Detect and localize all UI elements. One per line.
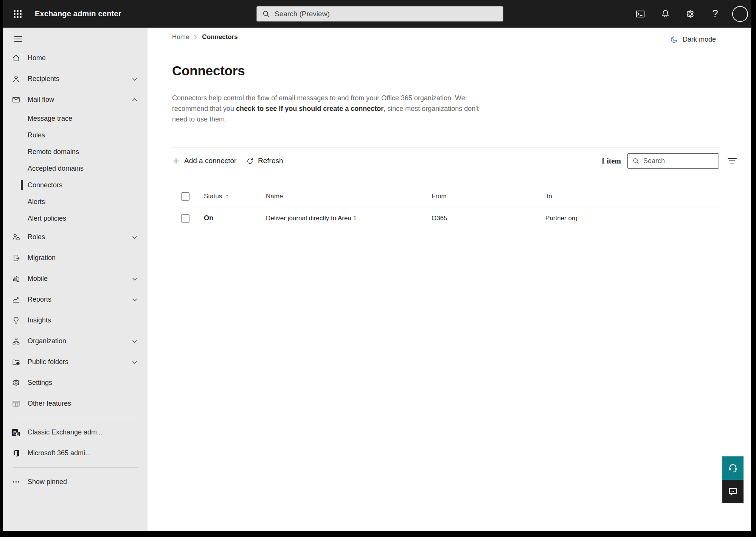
hamburger-icon <box>13 34 23 44</box>
nav-collapse-button[interactable] <box>11 33 25 45</box>
breadcrumb-home-link[interactable]: Home <box>172 33 189 41</box>
sidebar-item-label: Migration <box>28 254 56 262</box>
sidebar-item-connectors[interactable]: Connectors <box>3 177 147 193</box>
sidebar-item-label: Alerts <box>28 198 45 206</box>
sidebar-divider <box>13 418 138 418</box>
row-checkbox[interactable] <box>181 214 189 223</box>
ellipsis-icon <box>11 478 20 487</box>
sidebar-item-label: Recipients <box>28 75 59 83</box>
select-all-checkbox[interactable] <box>181 192 189 201</box>
chevron-up-icon <box>132 97 138 103</box>
sidebar-item-home[interactable]: Home <box>3 48 147 68</box>
toolbar-divider <box>172 147 720 148</box>
waffle-icon <box>13 9 22 19</box>
chevron-down-icon <box>132 76 138 82</box>
table-row[interactable]: On Deliver journal directly to Area 1 O3… <box>172 207 720 229</box>
cell-to: Partner org <box>545 215 720 222</box>
headset-icon <box>728 463 738 473</box>
sidebar-item-label: Settings <box>28 379 52 387</box>
app-title: Exchange admin center <box>35 0 121 28</box>
toolbar-right-cluster: 1 item <box>601 153 739 169</box>
sidebar-divider <box>13 467 138 468</box>
sidebar-item-label: Mobile <box>28 275 48 283</box>
sidebar-item-label: Public folders <box>28 358 68 366</box>
chevron-down-icon <box>132 234 138 240</box>
add-connector-button[interactable]: Add a connector <box>172 153 236 169</box>
sidebar-item-m365-admin[interactable]: Microsoft 365 admi... <box>3 443 147 464</box>
feedback-button[interactable] <box>722 480 744 503</box>
sidebar-item-public-folders[interactable]: Public folders <box>3 352 147 372</box>
svg-text:E: E <box>13 430 16 435</box>
create-connector-check-link[interactable]: check to see if you should create a conn… <box>236 105 383 112</box>
sidebar-item-rules[interactable]: Rules <box>3 127 147 143</box>
settings-topbar-button[interactable] <box>682 5 699 23</box>
help-support-button[interactable] <box>722 456 744 480</box>
sidebar-item-organization[interactable]: Organization <box>3 331 147 352</box>
sidebar-item-message-trace[interactable]: Message trace <box>3 110 147 127</box>
breadcrumb-current: Connectors <box>202 33 238 41</box>
column-header-from[interactable]: From <box>432 193 545 200</box>
app-window: Exchange admin center <box>3 0 751 531</box>
question-mark-icon: ? <box>712 8 718 20</box>
page-title: Connectors <box>172 63 245 78</box>
sidebar-item-mobile[interactable]: Mobile <box>3 268 147 289</box>
chart-phone-icon <box>11 274 20 283</box>
help-button[interactable]: ? <box>707 5 723 23</box>
sidebar-item-reports[interactable]: Reports <box>3 289 147 310</box>
top-app-bar: Exchange admin center <box>3 0 751 28</box>
sidebar-item-recipients[interactable]: Recipients <box>3 68 147 89</box>
person-briefcase-icon <box>11 233 20 242</box>
refresh-button[interactable]: Refresh <box>246 153 283 169</box>
sidebar-item-label: Remote domains <box>28 148 79 156</box>
column-header-name[interactable]: Name <box>266 193 432 200</box>
notifications-button[interactable] <box>657 5 674 23</box>
table-grid-icon <box>11 399 20 408</box>
app-launcher-button[interactable] <box>9 5 26 23</box>
document-arrow-icon <box>11 254 20 263</box>
sidebar-item-label: Reports <box>28 296 51 304</box>
sidebar-item-alert-policies[interactable]: Alert policies <box>3 210 147 227</box>
sidebar-item-label: Accepted domains <box>28 165 84 173</box>
folder-globe-icon <box>11 358 20 367</box>
sidebar-item-mail-flow[interactable]: Mail flow <box>3 89 147 110</box>
page-description: Connectors help control the flow of emai… <box>172 93 491 125</box>
list-search-input[interactable] <box>643 157 714 165</box>
plus-icon <box>172 157 180 165</box>
sidebar-item-settings[interactable]: Settings <box>3 372 147 393</box>
sidebar-item-label: Alert policies <box>28 215 66 223</box>
sidebar-item-migration[interactable]: Migration <box>3 247 147 268</box>
home-icon <box>11 54 20 63</box>
sidebar-item-alerts[interactable]: Alerts <box>3 193 147 210</box>
cell-from: O365 <box>432 215 545 222</box>
microsoft-365-icon <box>11 449 20 458</box>
list-toolbar: Add a connector Refresh 1 item <box>172 153 720 169</box>
sidebar-item-roles[interactable]: Roles <box>3 227 147 247</box>
cell-status: On <box>204 214 266 222</box>
gear-icon <box>11 378 20 388</box>
refresh-label: Refresh <box>258 157 283 165</box>
column-header-status[interactable]: Status ↑ <box>204 193 266 200</box>
sidebar-item-remote-domains[interactable]: Remote domains <box>3 143 147 160</box>
dark-mode-label: Dark mode <box>683 36 716 44</box>
sidebar-item-label: Show pinned <box>28 478 67 486</box>
filter-sort-icon[interactable] <box>726 154 739 167</box>
sidebar-item-classic-exchange-admin[interactable]: E Classic Exchange adm... <box>3 422 147 443</box>
global-search-box[interactable] <box>256 6 503 22</box>
terminal-icon <box>635 9 645 19</box>
connectors-table: Status ↑ Name From To On Deliver journal… <box>172 185 720 229</box>
dark-mode-toggle[interactable]: Dark mode <box>670 34 716 45</box>
sidebar-item-accepted-domains[interactable]: Accepted domains <box>3 160 147 177</box>
global-search-input[interactable] <box>275 10 498 18</box>
powershell-terminal-button[interactable] <box>632 5 649 23</box>
sidebar-item-label: Home <box>28 54 46 62</box>
list-search-box[interactable] <box>627 153 719 169</box>
screen: Exchange admin center <box>0 0 756 537</box>
cell-name: Deliver journal directly to Area 1 <box>266 215 432 222</box>
sidebar-item-other-features[interactable]: Other features <box>3 393 147 414</box>
sidebar-item-insights[interactable]: Insights <box>3 310 147 331</box>
account-button[interactable] <box>732 5 748 23</box>
sidebar-item-show-pinned[interactable]: Show pinned <box>3 472 147 492</box>
sidebar-item-label: Roles <box>28 233 45 241</box>
breadcrumb: Home Connectors <box>172 32 238 42</box>
column-header-to[interactable]: To <box>545 193 720 200</box>
